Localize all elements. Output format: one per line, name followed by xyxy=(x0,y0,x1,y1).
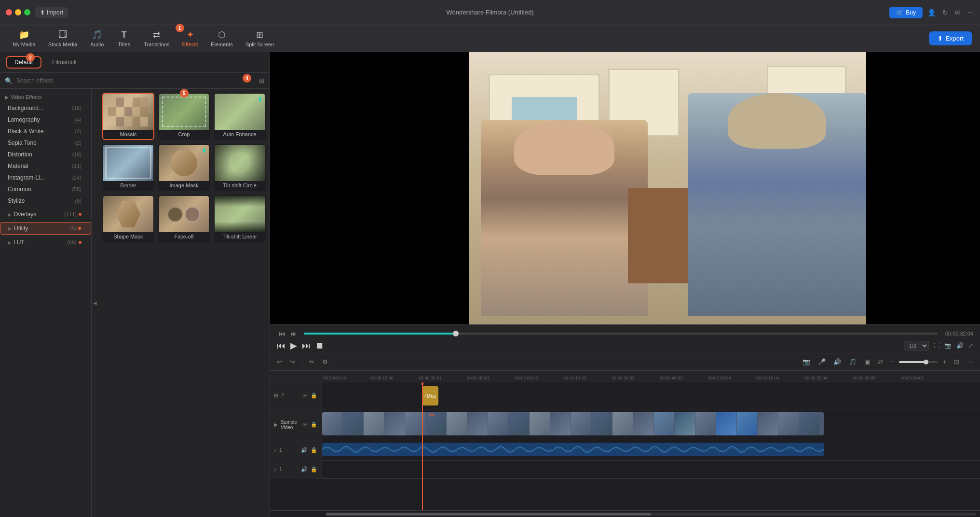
progress-bar[interactable] xyxy=(304,333,938,335)
sidebar-item-lomography[interactable]: Lomography (4) xyxy=(0,114,91,126)
close-button[interactable] xyxy=(6,9,12,15)
fullscreen-icon[interactable]: ⛶ xyxy=(934,342,939,349)
track-video-lock-button[interactable]: 🔒 xyxy=(310,421,318,428)
scroll-thumb[interactable] xyxy=(326,513,651,516)
time-display: 00:00:32:04 xyxy=(945,331,973,336)
zoom-out-button[interactable]: − xyxy=(889,357,897,366)
fx-clip-mosaic[interactable]: + Mos xyxy=(422,386,438,405)
sidebar-item-common[interactable]: Common (55) xyxy=(0,183,91,195)
track-fx-eye-button[interactable]: 👁 xyxy=(302,392,308,399)
toolbar-item-audio[interactable]: 🎵 Audio xyxy=(85,28,109,49)
effect-card-tilt-shift-linear[interactable]: Tilt-shift Linear xyxy=(214,195,266,242)
stop-button[interactable]: ⏹ xyxy=(315,341,324,351)
refresh-icon[interactable]: ↻ xyxy=(942,9,948,16)
undo-button[interactable]: ↩ xyxy=(275,357,284,366)
scroll-track[interactable] xyxy=(326,513,976,516)
quality-select[interactable]: 1/2 Full 1/4 xyxy=(904,341,929,350)
titlebar-right: 🛒 Buy 👤 ↻ ✉ ⋯ xyxy=(889,7,974,18)
sidebar-item-material[interactable]: Material (11) xyxy=(0,160,91,172)
tab-filmstock[interactable]: Filmstock xyxy=(44,56,84,69)
sidebar-item-black-white-label: Black & White xyxy=(8,128,44,135)
sidebar-item-lut[interactable]: ▶ LUT (66) xyxy=(0,237,91,248)
redo-button[interactable]: ↪ xyxy=(288,357,297,366)
transitions-icon: ⇄ xyxy=(153,29,160,40)
sidebar-item-stylize[interactable]: Stylize (5) xyxy=(0,195,91,207)
search-input[interactable] xyxy=(16,77,255,84)
zoom-in-button[interactable]: + xyxy=(940,357,948,366)
toolbar-item-split-screen[interactable]: ⊞ Split Screen xyxy=(241,28,279,49)
track-video-eye-button[interactable]: 👁 xyxy=(302,421,308,428)
track-fx: ⊞ 2 👁 🔒 + Mos xyxy=(270,382,980,409)
grid-toggle-icon[interactable]: ⊞ xyxy=(259,77,265,84)
effect-card-face-off[interactable]: Face-off xyxy=(158,195,210,242)
prev-frame-button[interactable]: ⏮ xyxy=(277,329,287,338)
import-button[interactable]: ⬆ Import xyxy=(35,7,68,18)
next-frame-button[interactable]: ⏭ xyxy=(288,329,299,338)
sidebar-item-black-white[interactable]: Black & White (2) xyxy=(0,126,91,137)
effect-label-image-mask: Image Mask xyxy=(168,181,201,190)
vstrip-frame xyxy=(322,412,342,435)
minimize-button[interactable] xyxy=(15,9,21,15)
sidebar-item-distortion[interactable]: Distortion (18) xyxy=(0,149,91,160)
mail-icon[interactable]: ✉ xyxy=(955,9,961,16)
ellipsis-icon[interactable]: ⋯ xyxy=(967,9,974,16)
zoom-track[interactable] xyxy=(899,361,938,363)
track-audio-speaker-button[interactable]: 🔊 xyxy=(300,447,308,454)
effect-card-image-mask[interactable]: ⬇ Image Mask xyxy=(158,144,210,191)
panel-collapse-handle[interactable]: ◀ xyxy=(92,89,98,517)
account-icon[interactable]: 👤 xyxy=(927,9,936,16)
effect-card-crop[interactable]: Crop xyxy=(158,93,210,140)
track-fx-lock-button[interactable]: 🔒 xyxy=(310,392,318,399)
effect-card-auto-enhance[interactable]: ⬇ Auto Enhance xyxy=(214,93,266,140)
buy-button[interactable]: 🛒 Buy xyxy=(889,7,923,18)
play-pause-button[interactable]: ▶ xyxy=(290,340,297,351)
maximize-icon[interactable]: ⤢ xyxy=(968,342,973,349)
track-audio-2-lock-button[interactable]: 🔒 xyxy=(310,466,318,473)
effect-card-shape-mask[interactable]: Shape Mask xyxy=(102,195,154,242)
progress-handle[interactable] xyxy=(453,331,459,336)
toolbar-item-titles[interactable]: T Titles xyxy=(112,28,136,49)
ruler-mark-6: 00:01:30:03 xyxy=(612,376,660,380)
track-audio-lock-button[interactable]: 🔒 xyxy=(310,447,318,454)
toolbar-item-elements[interactable]: ⬡ Elements xyxy=(206,28,238,49)
volume-icon[interactable]: 🔊 xyxy=(956,342,964,349)
effects-tab-bar: 2 Default Filmstock xyxy=(0,52,270,73)
sidebar-item-overlays[interactable]: ▶ Overlays (111) xyxy=(0,209,91,220)
video-letterbox-right xyxy=(866,52,980,324)
fullscreen-button[interactable] xyxy=(24,9,30,15)
music-button[interactable]: 🎵 xyxy=(847,357,858,366)
more-options-button[interactable]: ⋯ xyxy=(965,357,975,366)
mic-button[interactable]: 🎤 xyxy=(816,357,828,366)
tab-default[interactable]: Default xyxy=(6,56,41,69)
toolbar-item-my-media[interactable]: 📁 My Media xyxy=(8,28,41,49)
transition-tl-button[interactable]: ⇄ xyxy=(876,357,885,366)
cut-button[interactable]: ✂ xyxy=(307,357,316,366)
sidebar-item-utility[interactable]: ▶ Utility (9) xyxy=(0,222,91,235)
track-fx-content: + Mos xyxy=(322,382,980,409)
settings-button[interactable]: ⚙ xyxy=(320,357,330,366)
effect-card-border[interactable]: Border xyxy=(102,144,154,191)
snapshot-icon[interactable]: 📷 xyxy=(944,342,952,349)
toolbar-item-stock-media[interactable]: 🎞 Stock Media xyxy=(43,28,82,49)
play-forward-button[interactable]: ⏭ xyxy=(302,341,311,351)
zoom-handle[interactable] xyxy=(924,360,928,364)
download-badge-image-mask: ⬇ xyxy=(202,147,207,154)
track-video-content: ✂ xyxy=(322,409,980,440)
fit-timeline-button[interactable]: ⊡ xyxy=(952,357,961,366)
sidebar-item-instagram[interactable]: Instagram-Li... (24) xyxy=(0,172,91,183)
effect-label-crop: Crop xyxy=(177,130,192,139)
toolbar-item-effects[interactable]: 1 ✦ Effects xyxy=(177,28,203,49)
camera-button[interactable]: 📷 xyxy=(801,357,812,366)
track-audio-2-speaker-button[interactable]: 🔊 xyxy=(300,466,308,473)
effect-card-mosaic[interactable]: Mosaic xyxy=(102,93,154,140)
sidebar-item-background[interactable]: Background... (16) xyxy=(0,102,91,114)
toolbar-item-transitions[interactable]: ⇄ Transitions xyxy=(139,28,174,49)
voice-button[interactable]: 🔊 xyxy=(831,357,843,366)
skip-back-button[interactable]: ⏮ xyxy=(277,341,286,351)
effect-thumb-crop xyxy=(159,94,209,130)
sidebar-item-sepia-tone[interactable]: Sepia Tone (2) xyxy=(0,137,91,149)
effect-card-tilt-shift-circle[interactable]: Tilt-shift Circle xyxy=(214,144,266,191)
video-effects-header[interactable]: ▶ Video Effects xyxy=(0,92,91,102)
sticker-button[interactable]: ▣ xyxy=(862,357,872,366)
export-button[interactable]: ⬆ Export xyxy=(929,31,972,45)
